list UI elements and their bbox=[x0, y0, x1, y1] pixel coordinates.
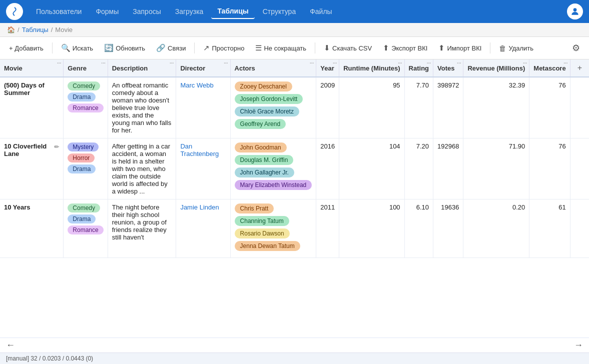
col-rating[interactable]: Rating··· bbox=[404, 60, 433, 77]
cell-runtime-0: 95 bbox=[339, 77, 404, 138]
genre-tag[interactable]: Romance bbox=[68, 104, 103, 112]
col-revenue[interactable]: Revenue (Millions)··· bbox=[463, 60, 529, 77]
delete-button[interactable]: 🗑 Удалить bbox=[495, 42, 537, 54]
nav-forms[interactable]: Формы bbox=[90, 4, 125, 18]
cell-desc-0: An offbeat romantic comedy about a woman… bbox=[108, 77, 176, 138]
actor-tag[interactable]: Douglas M. Griffin bbox=[235, 155, 294, 165]
logo bbox=[6, 3, 23, 20]
actor-tag[interactable]: John Goodman bbox=[235, 142, 287, 152]
director-link[interactable]: Marc Webb bbox=[180, 82, 213, 89]
links-button[interactable]: 🔗 Связи bbox=[152, 42, 190, 54]
cell-votes-2: 19636 bbox=[433, 200, 463, 258]
table-row: (500) Days of Summer ComedyDramaRomanceA… bbox=[0, 77, 589, 138]
actor-tag[interactable]: John Gallagher Jr. bbox=[235, 168, 294, 178]
refresh-button[interactable]: 🔄 Обновить bbox=[100, 42, 149, 54]
no-shorten-icon: ☰ bbox=[255, 44, 262, 52]
actor-tag[interactable]: Geoffrey Arend bbox=[235, 119, 286, 129]
breadcrumb-tables[interactable]: Таблицы bbox=[22, 26, 49, 34]
divider-3 bbox=[315, 42, 315, 54]
col-movie[interactable]: Movie··· bbox=[0, 60, 64, 77]
col-description[interactable]: Description··· bbox=[108, 60, 176, 77]
table-row: 10 Cloverfield Lane ✏ MysteryHorrorDrama… bbox=[0, 138, 589, 200]
navbar: Пользователи Формы Запросы Загрузка Табл… bbox=[0, 0, 589, 23]
cell-year-1: 2016 bbox=[316, 138, 339, 200]
cell-rating-1: 7.20 bbox=[404, 138, 433, 200]
col-votes[interactable]: Votes··· bbox=[433, 60, 463, 77]
director-link[interactable]: Jamie Linden bbox=[180, 204, 219, 211]
download-csv-button[interactable]: ⬇ Скачать CSV bbox=[320, 42, 376, 54]
expand-button[interactable]: ↗ Просторно bbox=[199, 42, 248, 54]
actor-tag[interactable]: Zooey Deschanel bbox=[235, 82, 292, 92]
no-shorten-button[interactable]: ☰ Не сокращать bbox=[251, 42, 310, 54]
export-vki-button[interactable]: ⬆ Экспорт ВКI bbox=[379, 42, 431, 54]
cell-votes-0: 398972 bbox=[433, 77, 463, 138]
add-button[interactable]: + Добавить bbox=[5, 42, 48, 54]
cell-revenue-1: 71.90 bbox=[463, 138, 529, 200]
genre-tag[interactable]: Comedy bbox=[68, 204, 100, 212]
nav-structure[interactable]: Структура bbox=[257, 4, 302, 18]
refresh-icon: 🔄 bbox=[104, 44, 114, 52]
actor-tag[interactable]: Chloë Grace Moretz bbox=[235, 106, 299, 116]
actor-tag[interactable]: Chris Pratt bbox=[235, 204, 274, 214]
divider-1 bbox=[52, 42, 53, 54]
divider-4 bbox=[490, 42, 490, 54]
nav-upload[interactable]: Загрузка bbox=[169, 4, 210, 18]
svg-point-1 bbox=[573, 8, 577, 12]
col-year[interactable]: Year··· bbox=[316, 60, 339, 77]
nav-users[interactable]: Пользователи bbox=[30, 4, 88, 18]
cell-runtime-1: 104 bbox=[339, 138, 404, 200]
cell-director-1: Dan Trachtenberg bbox=[176, 138, 230, 200]
cell-metascore-0: 76 bbox=[529, 77, 570, 138]
actor-tag[interactable]: Mary Elizabeth Winstead bbox=[235, 180, 312, 190]
col-runtime[interactable]: Runtime (Minutes)··· bbox=[339, 60, 404, 77]
content-area: Movie··· Genre··· Description··· Directo… bbox=[0, 60, 589, 352]
cell-metascore-1: 76 bbox=[529, 138, 570, 200]
settings-button[interactable]: ⚙ bbox=[568, 40, 584, 56]
actor-tag[interactable]: Joseph Gordon-Levitt bbox=[235, 94, 303, 104]
scroll-left[interactable]: ← bbox=[6, 340, 15, 350]
nav-files[interactable]: Файлы bbox=[304, 4, 338, 18]
cell-movie-0: (500) Days of Summer bbox=[0, 77, 64, 138]
breadcrumb-sep2: / bbox=[51, 26, 53, 34]
col-metascore[interactable]: Metascore··· bbox=[529, 60, 570, 77]
edit-icon[interactable]: ✏ bbox=[54, 144, 59, 150]
col-actors[interactable]: Actors··· bbox=[230, 60, 316, 77]
genre-tag[interactable]: Mystery bbox=[68, 142, 99, 152]
cell-movie-2: 10 Years bbox=[0, 200, 64, 258]
search-icon: 🔍 bbox=[61, 44, 71, 52]
actor-tag[interactable]: Jenna Dewan Tatum bbox=[235, 241, 300, 251]
table-wrapper: Movie··· Genre··· Description··· Directo… bbox=[0, 60, 589, 338]
status-text: [manual] 32 / 0.0203 / 0.0443 (0) bbox=[6, 355, 93, 362]
delete-icon: 🗑 bbox=[499, 44, 506, 52]
genre-tag[interactable]: Drama bbox=[68, 164, 96, 174]
col-director[interactable]: Director··· bbox=[176, 60, 230, 77]
genre-tag[interactable]: Drama bbox=[68, 92, 96, 102]
home-icon[interactable]: 🏠 bbox=[7, 26, 15, 34]
col-genre[interactable]: Genre··· bbox=[64, 60, 108, 77]
genre-tag[interactable]: Horror bbox=[68, 154, 95, 162]
cell-desc-1: After getting in a car accident, a woman… bbox=[108, 138, 176, 200]
expand-icon: ↗ bbox=[203, 44, 210, 52]
genre-tag[interactable]: Comedy bbox=[68, 82, 100, 90]
data-table: Movie··· Genre··· Description··· Directo… bbox=[0, 60, 589, 258]
nav-tables[interactable]: Таблицы bbox=[211, 4, 254, 19]
add-column-button[interactable]: + bbox=[574, 62, 585, 74]
movie-title-text: 10 Years bbox=[4, 204, 31, 211]
toolbar: + Добавить 🔍 Искать 🔄 Обновить 🔗 Связи ↗… bbox=[0, 37, 589, 60]
scroll-right[interactable]: → bbox=[574, 340, 583, 350]
search-button[interactable]: 🔍 Искать bbox=[57, 42, 98, 54]
genre-tag[interactable]: Romance bbox=[68, 226, 103, 234]
genre-tag[interactable]: Drama bbox=[68, 214, 96, 224]
avatar[interactable] bbox=[567, 4, 583, 20]
import-vki-button[interactable]: ⬆ Импорт ВКI bbox=[434, 42, 485, 54]
add-label: + Добавить bbox=[9, 44, 44, 52]
cell-actors-0: Zooey DeschanelJoseph Gordon-LevittChloë… bbox=[230, 77, 316, 138]
nav-requests[interactable]: Запросы bbox=[127, 4, 167, 18]
cell-year-0: 2009 bbox=[316, 77, 339, 138]
actor-tag[interactable]: Channing Tatum bbox=[235, 216, 289, 226]
import-icon: ⬆ bbox=[438, 44, 445, 52]
add-column-header[interactable]: + bbox=[570, 60, 589, 77]
director-link[interactable]: Dan Trachtenberg bbox=[180, 142, 219, 158]
actor-tag[interactable]: Rosario Dawson bbox=[235, 228, 290, 238]
breadcrumb: 🏠 / Таблицы / Movie bbox=[0, 23, 589, 37]
